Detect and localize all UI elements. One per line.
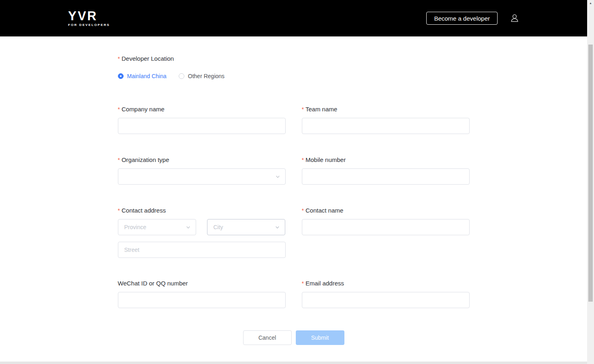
- developer-location-label: *Developer Location: [118, 55, 470, 62]
- scrollbar-up-arrow[interactable]: ▲: [587, 1, 594, 5]
- required-asterisk: *: [302, 157, 304, 163]
- team-name-label: *Team name: [302, 106, 470, 113]
- organization-type-select[interactable]: [118, 168, 286, 185]
- required-asterisk: *: [118, 106, 120, 113]
- logo-subtitle: FOR DEVELOPERS: [68, 23, 110, 27]
- radio-label: Mainland China: [127, 73, 167, 79]
- organization-type-label: *Organization type: [118, 157, 286, 163]
- contact-address-field-group: *Contact address Province Ci: [118, 207, 286, 258]
- wechat-qq-input[interactable]: [118, 292, 286, 308]
- contact-name-label: *Contact name: [302, 207, 470, 214]
- organization-type-field-group: *Organization type: [118, 157, 286, 185]
- required-asterisk: *: [118, 55, 120, 62]
- wechat-qq-label: WeChat ID or QQ number: [118, 280, 286, 287]
- form-actions: Cancel Submit: [118, 330, 470, 361]
- app-header: YVR FOR DEVELOPERS Become a developer: [0, 0, 587, 36]
- contact-name-input[interactable]: [302, 219, 470, 235]
- contact-name-field-group: *Contact name: [302, 207, 470, 258]
- email-address-label: *Email address: [302, 280, 470, 287]
- contact-address-label: *Contact address: [118, 207, 286, 214]
- mobile-number-field-group: *Mobile number: [302, 157, 470, 185]
- province-select[interactable]: Province: [118, 219, 196, 235]
- mobile-number-input[interactable]: [302, 168, 470, 185]
- form-row: *Organization type *Mobile number: [118, 157, 470, 185]
- team-name-field-group: *Team name: [302, 106, 470, 134]
- radio-other-regions[interactable]: Other Regions: [179, 73, 224, 79]
- street-input[interactable]: [118, 242, 286, 258]
- address-selects: Province City: [118, 219, 286, 235]
- email-address-input[interactable]: [302, 292, 470, 308]
- required-asterisk: *: [302, 280, 304, 287]
- header-actions: Become a developer: [426, 12, 520, 25]
- user-account-icon[interactable]: [509, 13, 520, 23]
- vertical-scrollbar[interactable]: ▲: [587, 0, 594, 364]
- vertical-scrollbar-thumb[interactable]: [588, 45, 593, 302]
- required-asterisk: *: [302, 207, 304, 214]
- company-name-input[interactable]: [118, 118, 286, 134]
- radio-selected-icon: [118, 73, 124, 79]
- select-placeholder: City: [214, 224, 223, 230]
- company-name-label: *Company name: [118, 106, 286, 113]
- chevron-down-icon: [186, 225, 191, 230]
- wechat-qq-field-group: WeChat ID or QQ number: [118, 280, 286, 308]
- form-row: *Company name *Team name: [118, 106, 470, 134]
- required-asterisk: *: [118, 157, 120, 163]
- form-row: WeChat ID or QQ number *Email address: [118, 280, 470, 308]
- chevron-down-icon: [275, 174, 280, 179]
- horizontal-scrollbar[interactable]: [0, 362, 587, 364]
- radio-label: Other Regions: [188, 73, 224, 79]
- developer-registration-form: *Developer Location Mainland China Other…: [118, 36, 470, 361]
- logo[interactable]: YVR FOR DEVELOPERS: [68, 10, 110, 27]
- required-asterisk: *: [302, 106, 304, 113]
- company-name-field-group: *Company name: [118, 106, 286, 134]
- email-address-field-group: *Email address: [302, 280, 470, 308]
- chevron-down-icon: [275, 225, 280, 230]
- required-asterisk: *: [118, 207, 120, 214]
- main-content: *Developer Location Mainland China Other…: [0, 36, 587, 361]
- become-developer-button[interactable]: Become a developer: [426, 12, 498, 25]
- page: YVR FOR DEVELOPERS Become a developer *D…: [0, 0, 594, 364]
- radio-mainland-china[interactable]: Mainland China: [118, 73, 167, 79]
- city-select[interactable]: City: [207, 219, 285, 235]
- team-name-input[interactable]: [302, 118, 470, 134]
- radio-unselected-icon: [179, 73, 184, 79]
- select-placeholder: Province: [124, 224, 146, 230]
- submit-button[interactable]: Submit: [296, 330, 344, 345]
- cancel-button[interactable]: Cancel: [243, 330, 292, 345]
- logo-title: YVR: [68, 10, 110, 22]
- mobile-number-label: *Mobile number: [302, 157, 470, 163]
- developer-location-radio-group: Mainland China Other Regions: [118, 73, 470, 79]
- form-row: *Contact address Province Ci: [118, 207, 470, 258]
